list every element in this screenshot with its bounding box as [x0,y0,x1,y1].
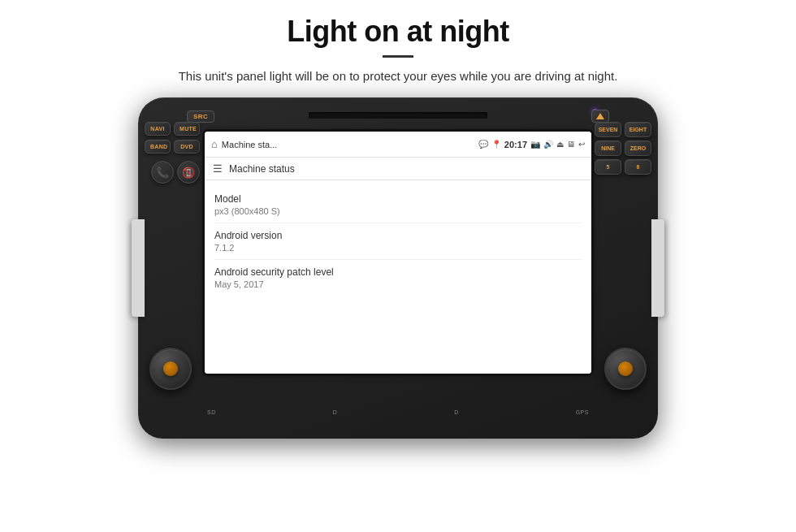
security-patch-label: Android security patch level [214,266,582,278]
volume-icon: 🔊 [543,140,553,149]
screen: ⌂ Machine sta... 💬 📍 20:17 📷 🔊 ⏏ 🖥 ↩ [205,132,591,374]
left-button-panel: NAVI MUTE BAND DVD 📞 📵 [145,122,200,184]
bracket-right [651,219,664,317]
knob-center [163,361,178,376]
info-list: Model px3 (800x480 S) Android version 7.… [205,180,591,302]
d-label-2: D [454,409,459,415]
screen-icon: 🖥 [567,140,575,149]
page-subtitle: This unit's panel light will be on to pr… [179,69,618,83]
nine-button[interactable]: NINE [595,141,621,156]
android-version-label: Android version [214,230,582,241]
seven-button[interactable]: SEVEN [595,122,621,137]
security-patch-value: May 5, 2017 [214,279,582,289]
gps-label: GPS [576,409,589,415]
phone-end-icon: 📵 [182,167,195,179]
six-button[interactable]: 6 [625,159,651,175]
bracket-left [132,219,145,317]
end-call-button[interactable]: 📵 [177,161,200,184]
band-button[interactable]: BAND [145,140,171,154]
home-icon[interactable]: ⌂ [211,138,218,150]
android-version-value: 7.1.2 [214,243,582,253]
eight-button[interactable]: EIGHT [625,122,651,137]
status-icons: 💬 📍 20:17 📷 🔊 ⏏ 🖥 ↩ [478,140,585,149]
unit-bottom-bar: SD D D GPS [207,400,589,424]
zero-button[interactable]: ZERO [625,141,651,156]
tuner-knob-center [618,361,633,376]
page-title: Light on at night [287,15,508,49]
sd-label: SD [207,409,216,415]
app-toolbar: ☰ Machine status [205,158,591,180]
status-app-name: Machine sta... [222,140,474,149]
message-icon: 💬 [478,140,488,149]
status-time: 20:17 [504,140,527,149]
android-version-item: Android version 7.1.2 [214,223,582,260]
dvd-button[interactable]: DVD [174,140,200,154]
menu-icon[interactable]: ☰ [213,162,223,175]
navi-button[interactable]: NAVI [145,122,171,136]
warning-triangle-icon [596,113,604,119]
mute-button[interactable]: MUTE [174,122,200,136]
page-container: Light on at night This unit's panel ligh… [0,0,796,532]
eject-icon: ⏏ [556,140,564,149]
back-icon[interactable]: ↩ [578,140,585,149]
warning-button[interactable] [591,110,609,123]
model-label: Model [214,193,582,205]
model-value: px3 (800x480 S) [214,206,582,216]
tuner-knob[interactable] [604,348,647,390]
answer-call-button[interactable]: 📞 [151,161,174,184]
toolbar-title: Machine status [229,163,295,175]
location-icon: 📍 [491,140,501,149]
five-button[interactable]: 5 [595,159,621,175]
phone-answer-icon: 📞 [156,167,169,179]
unit-top-bar: SRC [187,107,609,125]
camera-icon: 📷 [530,140,540,149]
src-button[interactable]: SRC [187,110,214,123]
app-content: ☰ Machine status Model px3 (800x480 S) A… [205,158,591,374]
model-info-item: Model px3 (800x480 S) [214,187,582,223]
head-unit: SRC NAVI MUTE BAND DVD 📞 [138,97,658,439]
head-unit-wrapper: SRC NAVI MUTE BAND DVD 📞 [138,97,658,447]
android-status-bar: ⌂ Machine sta... 💬 📍 20:17 📷 🔊 ⏏ 🖥 ↩ [205,132,591,158]
title-divider [383,55,413,58]
right-button-panel: SEVEN EIGHT NINE ZERO 5 6 [595,122,651,175]
volume-knob[interactable] [149,348,192,390]
security-patch-item: Android security patch level May 5, 2017 [214,260,582,296]
d-label-1: D [333,409,338,415]
